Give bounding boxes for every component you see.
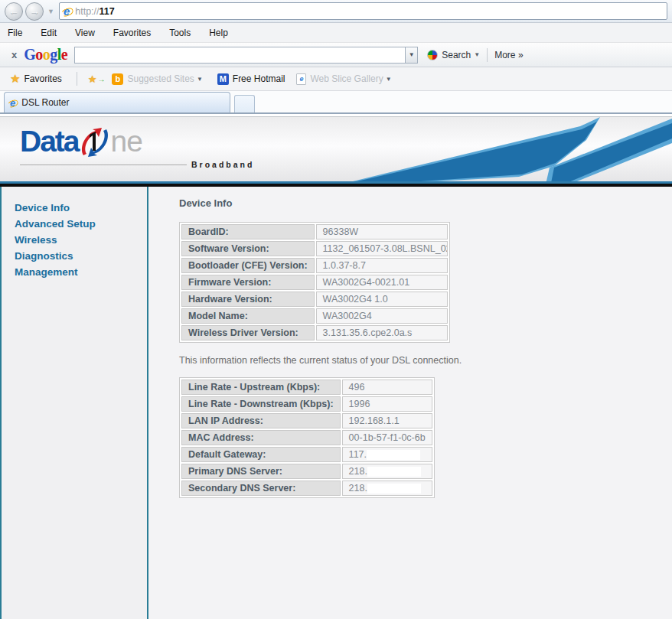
hotmail-icon: M [217,73,229,85]
ie-tab-icon: e [10,98,15,108]
sidebar-item[interactable]: Advanced Setup [15,216,147,232]
row-value: WA3002G4 1.0 [316,292,448,307]
sidebar-item[interactable]: Wireless [15,232,147,248]
content-area: Device Info Advanced Setup Wireless Diag… [0,187,672,619]
row-label: Firmware Version: [181,275,315,290]
menu-item[interactable]: Tools [169,28,191,38]
table-row: Line Rate - Downstream (Kbps): 1996 [181,396,432,412]
web-slice-caret-icon[interactable]: ▼ [386,76,392,83]
table-row: Firmware Version: WA3002G4-0021.01 [181,275,448,290]
sidebar-item[interactable]: Management [15,264,147,280]
dataone-logo: Data ne Broadband [20,125,254,169]
table-row: Line Rate - Upstream (Kbps): 496 [181,380,432,395]
google-more-button[interactable]: More » [494,50,523,60]
google-toolbar: x Google ▼ Search ▼ More » [0,43,672,67]
row-label: Default Gateway: [181,447,341,462]
row-label: Secondary DNS Server: [181,481,341,496]
row-value: 1132_061507-3.08L.BSNL_02. [316,241,448,256]
row-value: 218. [342,464,432,479]
new-tab-button[interactable] [234,95,255,112]
free-hotmail-link[interactable]: Free Hotmail [233,73,285,84]
connection-status-table: Line Rate - Upstream (Kbps): 496 Line Ra… [179,377,435,498]
logo-text-ne: ne [111,125,142,158]
history-dropdown-icon[interactable]: ▼ [47,8,54,15]
url-host: 117 [99,6,115,17]
row-value: WA3002G4-0021.01 [316,275,448,290]
table-row: Software Version: 1132_061507-3.08L.BSNL… [181,241,448,256]
url-scheme: http:// [75,6,99,17]
favorites-star-icon: ★ [10,72,20,86]
google-search-button[interactable]: Search [442,50,471,60]
row-value: 117. [342,447,432,462]
row-value: 192.168.1.1 [342,413,432,428]
table-row: BoardID: 96338W [181,224,448,239]
menu-item[interactable]: Edit [41,28,57,38]
row-value: 218. [342,481,432,496]
table-row: Default Gateway: 117. [181,447,432,462]
site-header: Data ne Broadband [0,116,672,181]
main-panel: Device Info BoardID: 96338W Software Ver… [148,187,672,619]
suggested-sites-button[interactable]: Suggested Sites [127,73,194,84]
google-ball-icon [427,50,438,60]
row-label: Hardware Version: [181,292,315,307]
forward-button[interactable]: → [25,2,44,21]
tab-title: DSL Router [21,97,69,108]
logo-text-data: Data [20,125,79,158]
row-value: WA3002G4 [316,308,448,324]
row-label: BoardID: [181,224,315,239]
page-title: Device Info [179,197,672,209]
google-logo: Google [24,46,67,64]
web-slice-gallery-button[interactable]: Web Slice Gallery [310,73,383,84]
menu-item[interactable]: Favorites [113,28,151,38]
add-favorite-icon[interactable]: ★ [88,73,97,85]
table-row: MAC Address: 00-1b-57-f1-0c-6b [181,430,432,445]
toolbar-separator [487,48,488,62]
row-value: 00-1b-57-f1-0c-6b [342,430,432,445]
row-value: 96338W [316,224,448,239]
tab-bar: e DSL Router [0,91,672,114]
toolbar-close-icon[interactable]: x [5,49,24,60]
dsl-status-note: This information reflects the current st… [179,355,672,366]
table-row: Model Name: WA3002G4 [181,308,448,324]
menu-item[interactable]: View [75,28,95,38]
suggested-sites-caret-icon[interactable]: ▼ [197,76,203,83]
favorites-bar: ★ Favorites ★ → b Suggested Sites ▼ M Fr… [0,67,672,91]
web-slice-icon: e [296,73,306,85]
sidebar-item[interactable]: Diagnostics [15,248,147,264]
row-label: Bootloader (CFE) Version: [181,258,315,273]
menu-bar: FileEditViewFavoritesToolsHelp [0,23,672,43]
menu-item[interactable]: Help [209,28,228,38]
logo-tagline-rule [20,165,187,165]
row-label: Primary DNS Server: [181,464,341,479]
search-options-caret-icon[interactable]: ▼ [474,51,480,58]
row-value: 496 [342,380,432,395]
redaction-box [367,450,420,460]
favorites-button[interactable]: Favorites [24,73,61,84]
menu-item[interactable]: File [8,28,22,38]
row-label: Software Version: [181,241,315,256]
add-favorite-arrow-icon: → [97,75,105,83]
row-label: Line Rate - Upstream (Kbps): [181,380,341,395]
row-label: LAN IP Address: [181,413,341,428]
row-value: 1996 [342,396,432,412]
table-row: Secondary DNS Server: 218. [181,481,432,496]
table-row: Primary DNS Server: 218. [181,464,432,479]
favorites-separator [77,72,77,86]
sidebar-nav: Device Info Advanced Setup Wireless Diag… [0,187,148,619]
browser-toolbar: ← → ▼ e http:// 117 [0,0,672,23]
row-value: 3.131.35.6.cpe2.0a.s [316,325,448,340]
redaction-box [367,467,421,477]
row-value: 1.0.37-8.7 [316,258,448,273]
ie-page-icon: e [64,5,70,17]
search-history-dropdown-icon[interactable]: ▼ [405,47,418,64]
google-search-input[interactable] [74,47,405,64]
sidebar-item[interactable]: Device Info [15,200,147,216]
table-row: Wireless Driver Version: 3.131.35.6.cpe2… [181,325,448,340]
back-button[interactable]: ← [5,2,23,21]
row-label: Model Name: [181,308,315,324]
table-row: Hardware Version: WA3002G4 1.0 [181,292,448,307]
address-bar[interactable]: e http:// 117 [59,2,667,20]
row-label: Wireless Driver Version: [181,325,315,340]
row-label: MAC Address: [181,430,341,445]
tab-dsl-router[interactable]: e DSL Router [4,92,230,112]
